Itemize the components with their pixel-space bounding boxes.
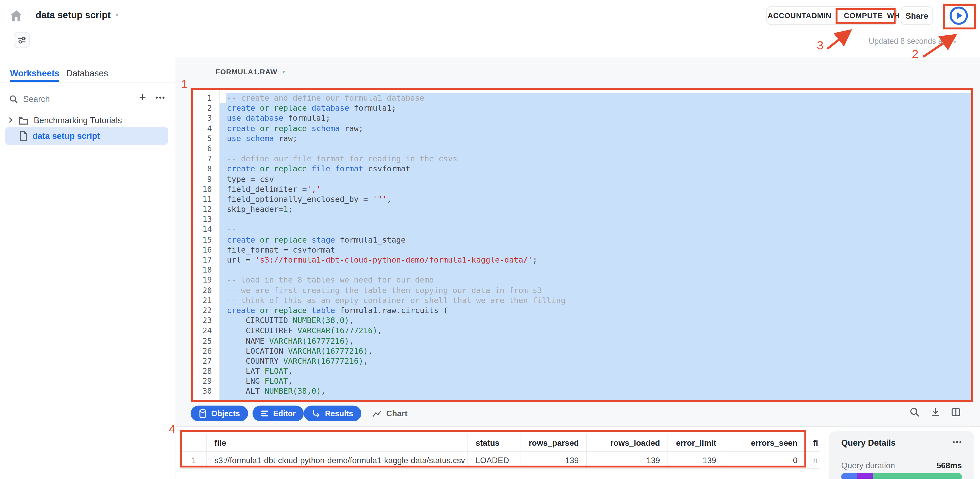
code-line[interactable]: 3use database formula1; xyxy=(193,113,971,124)
code-line[interactable]: 7-- define our file format for reading i… xyxy=(193,154,971,164)
code-line[interactable]: 12skip_header=1; xyxy=(193,204,971,215)
code-line[interactable]: 2create or replace database formula1; xyxy=(193,103,971,113)
sql-editor[interactable]: 1-- create and define our formula1 datab… xyxy=(193,90,971,400)
sidebar-item-folder[interactable]: Benchmarking Tutorials xyxy=(5,112,168,128)
line-number: 4 xyxy=(193,124,219,134)
code-line[interactable]: 22create or replace table formula1.raw.c… xyxy=(193,306,971,315)
text-lines-icon xyxy=(261,409,269,417)
chart-toggle-button[interactable]: Chart xyxy=(372,406,407,422)
sliders-icon xyxy=(16,34,27,46)
home-icon xyxy=(9,8,24,23)
chart-line-icon xyxy=(372,409,382,419)
table-cell[interactable]: 0 xyxy=(724,452,805,469)
search-icon xyxy=(9,94,18,103)
plus-icon: + xyxy=(139,91,146,105)
code-line-partial xyxy=(193,396,971,400)
table-cell[interactable]: n xyxy=(805,452,820,469)
code-line[interactable]: 13 xyxy=(193,215,971,224)
line-number: 7 xyxy=(193,154,219,164)
updated-dropdown[interactable]: Updated 8 seconds ago ▾ xyxy=(813,37,956,46)
line-number: 26 xyxy=(193,346,219,356)
editor-toggle-button[interactable]: Editor xyxy=(253,406,304,422)
table-cell[interactable]: LOADED xyxy=(468,452,521,469)
context-label: FORMULA1.RAW xyxy=(216,68,277,76)
run-button[interactable] xyxy=(949,6,969,25)
return-arrow-icon xyxy=(312,409,321,418)
table-cell[interactable]: 139 xyxy=(521,452,587,469)
objects-label: Objects xyxy=(211,409,240,418)
split-view-button[interactable] xyxy=(951,407,961,417)
tab-worksheets[interactable]: Worksheets xyxy=(10,68,59,78)
results-header-row: filestatusrows_parsedrows_loadederror_li… xyxy=(181,434,820,452)
table-cell[interactable]: s3://formula1-dbt-cloud-python-demo/form… xyxy=(207,452,468,469)
objects-toggle-button[interactable]: Objects xyxy=(191,406,248,422)
code-line[interactable]: 23 CIRCUITID NUMBER(38,0), xyxy=(193,316,971,326)
code-line[interactable]: 14-- xyxy=(193,224,971,235)
results-data-row[interactable]: 1s3://formula1-dbt-cloud-python-demo/for… xyxy=(181,452,820,469)
chevron-right-icon xyxy=(8,117,14,123)
code-line[interactable]: 29 LNG FLOAT, xyxy=(193,376,971,386)
sidebar-tabs-divider xyxy=(0,82,176,83)
column-header: errors_seen xyxy=(724,434,805,452)
code-line[interactable]: 11field_optionally_enclosed_by = '"', xyxy=(193,194,971,204)
tab-databases[interactable]: Databases xyxy=(66,68,108,78)
context-selector[interactable]: FORMULA1.RAW ▾ xyxy=(216,68,285,76)
code-line[interactable]: 30 ALT NUMBER(38,0), xyxy=(193,387,971,396)
page-title: data setup script xyxy=(36,10,111,20)
line-number: 15 xyxy=(193,235,219,245)
line-number: 25 xyxy=(193,336,219,346)
line-number: 20 xyxy=(193,285,219,295)
search-results-button[interactable] xyxy=(909,407,920,417)
code-line[interactable]: 5use schema raw; xyxy=(193,134,971,144)
search-input[interactable]: Search xyxy=(9,91,127,106)
table-cell[interactable]: 1 xyxy=(181,452,207,469)
line-number: 23 xyxy=(193,316,219,326)
code-line[interactable]: 8create or replace file format csvformat xyxy=(193,164,971,174)
table-cell[interactable]: 139 xyxy=(587,452,668,469)
worksheet-title-dropdown[interactable]: data setup script ▾ xyxy=(36,10,118,20)
code-line[interactable]: 4create or replace schema raw; xyxy=(193,124,971,134)
code-line[interactable]: 27 COUNTRY VARCHAR(16777216), xyxy=(193,356,971,366)
code-line[interactable]: 25 NAME VARCHAR(16777216), xyxy=(193,336,971,346)
code-line[interactable]: 21-- think of this as an empty container… xyxy=(193,296,971,306)
code-line[interactable]: 6 xyxy=(193,144,971,154)
line-number: 27 xyxy=(193,356,219,366)
home-button[interactable] xyxy=(9,8,24,23)
play-icon xyxy=(949,6,969,25)
download-button[interactable] xyxy=(930,407,940,417)
ellipsis-icon: ••• xyxy=(953,438,963,446)
line-number: 17 xyxy=(193,255,219,265)
query-duration-bar xyxy=(841,473,962,479)
share-button[interactable]: Share xyxy=(900,6,933,25)
code-line[interactable]: 15create or replace stage formula1_stage xyxy=(193,235,971,245)
line-number: 19 xyxy=(193,275,219,285)
results-toggle-button[interactable]: Results xyxy=(304,406,361,422)
chevron-down-icon: ▾ xyxy=(116,11,118,18)
line-number: 14 xyxy=(193,224,219,235)
role-warehouse-button[interactable]: ACCOUNTADMIN COMPUTE_WH xyxy=(766,6,897,25)
code-line[interactable]: 16file_format = csvformat xyxy=(193,245,971,255)
selected-worksheet-label: data setup script xyxy=(33,131,100,141)
query-details-more-button[interactable]: ••• xyxy=(953,438,963,446)
code-line[interactable]: 26 LOCATION VARCHAR(16777216), xyxy=(193,346,971,356)
new-worksheet-button[interactable]: + xyxy=(135,90,150,105)
code-line[interactable]: 17url = 's3://formula1-dbt-cloud-python-… xyxy=(193,255,971,265)
sidebar-item-worksheet-selected[interactable]: data setup script xyxy=(5,127,168,145)
line-number: 28 xyxy=(193,366,219,376)
code-line[interactable]: 28 LAT FLOAT, xyxy=(193,366,971,376)
code-line[interactable]: 24 CIRCUITREF VARCHAR(16777216), xyxy=(193,326,971,336)
more-options-button[interactable]: ••• xyxy=(153,90,169,105)
code-line[interactable]: 20-- we are first creating the table the… xyxy=(193,285,971,295)
code-line[interactable]: 9type = csv xyxy=(193,174,971,184)
filter-button[interactable] xyxy=(14,32,30,48)
duration-bar-segment xyxy=(857,473,873,479)
code-line[interactable]: 1-- create and define our formula1 datab… xyxy=(193,93,971,103)
line-number: 18 xyxy=(193,265,219,275)
line-number: 13 xyxy=(193,215,219,224)
table-cell[interactable]: 139 xyxy=(668,452,724,469)
code-line[interactable]: 18 xyxy=(193,265,971,275)
role-label: ACCOUNTADMIN xyxy=(768,11,831,20)
column-header: error_limit xyxy=(668,434,724,452)
code-line[interactable]: 19-- load in the 8 tables we need for ou… xyxy=(193,275,971,285)
code-line[interactable]: 10field_delimiter =',' xyxy=(193,184,971,194)
